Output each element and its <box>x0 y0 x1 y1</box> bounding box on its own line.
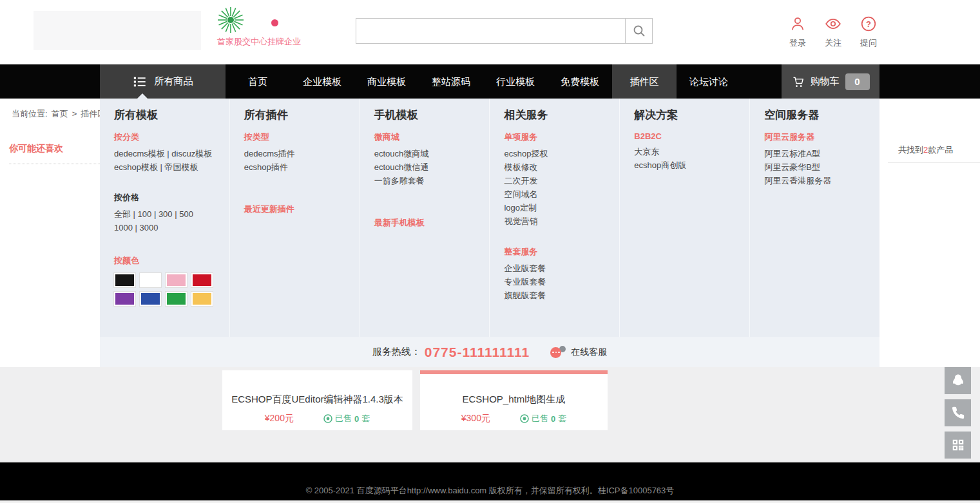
dropdown-pointer <box>137 93 148 99</box>
all-products-menu[interactable]: 所有商品 <box>100 64 226 99</box>
floating-toolbar <box>945 367 971 464</box>
mega-menu: 所有模板 按分类 dedecms模板 | discuz模板 ecshop模板 |… <box>100 99 879 337</box>
site-logo <box>34 11 201 50</box>
group-label-micro-mall[interactable]: 微商城 <box>374 131 490 143</box>
group-label-by-color[interactable]: 按颜色 <box>114 255 229 267</box>
main-navbar: 所有商品 首页 企业模板 商业模板 整站源码 行业模板 免费模板 插件区 论坛讨… <box>0 64 980 99</box>
starburst-icon <box>217 6 244 33</box>
sold-check-icon <box>323 414 332 423</box>
cart-button[interactable]: 购物车 0 <box>782 64 879 99</box>
nav-item-free-templates[interactable]: 免费模板 <box>548 64 612 99</box>
menu-item[interactable]: ecshop插件 <box>244 160 360 174</box>
maybe-like-heading: 你可能还喜欢 <box>9 143 63 155</box>
search-button[interactable] <box>625 19 652 43</box>
color-swatch-white[interactable] <box>140 273 161 287</box>
menu-column-mobile-templates: 手机模板 微商城 ectouch微商城 ectouch微信通 一箭多雕套餐 最新… <box>360 99 490 337</box>
group-label-package-services[interactable]: 整套服务 <box>504 246 619 258</box>
column-title[interactable]: 解决方案 <box>634 108 749 122</box>
sold-label: 已售 <box>335 413 352 424</box>
menu-item[interactable]: 阿里云香港服务器 <box>764 174 879 187</box>
search-box <box>356 18 653 44</box>
qq-contact-button[interactable] <box>945 367 971 394</box>
certification-label: 首家股交中心挂牌企业 <box>217 36 302 48</box>
hotline-number: 0775-111111111 <box>425 345 530 360</box>
menu-item[interactable]: 专业版套餐 <box>504 275 619 289</box>
menu-item[interactable]: 全部 | 100 | 300 | 500 <box>114 207 229 221</box>
nav-item-plugins[interactable]: 插件区 <box>612 64 677 99</box>
group-label-aliyun[interactable]: 阿里云服务器 <box>764 131 879 143</box>
divider <box>888 162 980 163</box>
follow-action[interactable]: 关注 <box>819 15 847 49</box>
color-swatch-black[interactable] <box>114 273 135 287</box>
menu-item[interactable]: 一箭多雕套餐 <box>374 174 490 187</box>
color-swatch-red[interactable] <box>191 273 213 287</box>
menu-item[interactable]: ectouch微信通 <box>374 160 490 174</box>
menu-item[interactable]: 空间域名 <box>504 187 619 201</box>
group-label-b2b2c[interactable]: B2B2C <box>634 131 749 141</box>
product-title[interactable]: ECSHOP_html地图生成 <box>420 394 608 406</box>
product-card[interactable]: ECSHOP_html地图生成 ¥300元 已售 0 套 <box>420 370 608 430</box>
sold-count: 0 <box>551 414 555 424</box>
login-action[interactable]: 登录 <box>783 15 812 49</box>
breadcrumb-separator: > <box>72 109 77 119</box>
menu-item[interactable]: 阿里云标准A型 <box>764 147 879 160</box>
color-swatch-blue[interactable] <box>140 292 161 306</box>
column-title[interactable]: 手机模板 <box>374 108 490 122</box>
group-label-by-type[interactable]: 按类型 <box>244 131 360 143</box>
menu-item[interactable]: 二次开发 <box>504 174 619 187</box>
menu-item[interactable]: 1000 | 3000 <box>114 221 229 234</box>
nav-item-home[interactable]: 首页 <box>226 64 290 99</box>
column-title[interactable]: 相关服务 <box>504 108 619 122</box>
menu-item[interactable]: ecshop授权 <box>504 147 619 160</box>
ask-action[interactable]: ? 提问 <box>854 15 883 49</box>
menu-item[interactable]: logo定制 <box>504 201 619 214</box>
product-card[interactable]: ECSHOP百度UEditor编辑神器1.4.3版本 ¥200元 已售 0 套 <box>222 370 412 430</box>
menu-item[interactable]: ecshop商创版 <box>634 158 749 172</box>
product-price: ¥300元 <box>461 413 490 424</box>
newest-mobile-templates-link[interactable]: 最新手机模板 <box>374 217 490 229</box>
group-label-by-category[interactable]: 按分类 <box>114 131 229 143</box>
product-sold: 已售 0 套 <box>323 413 370 424</box>
nav-item-enterprise-templates[interactable]: 企业模板 <box>290 64 354 99</box>
group-label-by-price[interactable]: 按价格 <box>114 192 229 204</box>
menu-item[interactable]: dedecms模板 | discuz模板 <box>114 147 229 160</box>
qrcode-icon <box>951 438 965 452</box>
search-input[interactable] <box>356 19 625 43</box>
header-actions: 登录 关注 ? 提问 <box>783 15 883 49</box>
column-title[interactable]: 所有模板 <box>114 108 229 122</box>
nav-item-full-site-source[interactable]: 整站源码 <box>419 64 483 99</box>
menu-item[interactable]: 阿里云豪华B型 <box>764 160 879 174</box>
column-title[interactable]: 空间服务器 <box>764 108 879 122</box>
menu-item[interactable]: 企业版套餐 <box>504 261 619 275</box>
phone-contact-button[interactable] <box>945 399 971 426</box>
list-icon <box>133 75 147 89</box>
menu-item[interactable]: ecshop模板 | 帝国模板 <box>114 160 229 174</box>
eye-icon <box>825 15 841 32</box>
menu-item[interactable]: 模板修改 <box>504 160 619 174</box>
recent-plugins-link[interactable]: 最近更新插件 <box>244 204 360 215</box>
color-swatch-yellow[interactable] <box>191 292 213 306</box>
breadcrumb: 当前位置:首页>插件区 <box>12 108 110 120</box>
qrcode-button[interactable] <box>945 432 971 459</box>
nav-item-business-templates[interactable]: 商业模板 <box>354 64 419 99</box>
group-label-single-services[interactable]: 单项服务 <box>504 131 619 143</box>
breadcrumb-home[interactable]: 首页 <box>52 109 68 119</box>
menu-item[interactable]: 大京东 <box>634 145 749 158</box>
color-swatch-pink[interactable] <box>166 273 187 287</box>
menu-item[interactable]: ectouch微商城 <box>374 147 490 160</box>
menu-item[interactable]: 旗舰版套餐 <box>504 289 619 302</box>
menu-item[interactable]: 视觉营销 <box>504 214 619 228</box>
results-prefix: 共找到 <box>898 145 923 155</box>
nav-item-industry-templates[interactable]: 行业模板 <box>483 64 548 99</box>
color-swatch-green[interactable] <box>166 292 187 306</box>
svg-text:?: ? <box>866 19 871 29</box>
column-title[interactable]: 所有插件 <box>244 108 360 122</box>
online-service-link[interactable]: 在线客服 <box>571 346 607 358</box>
cart-icon <box>792 75 805 88</box>
color-swatch-purple[interactable] <box>114 292 135 306</box>
cart-label: 购物车 <box>811 75 840 88</box>
nav-item-forum[interactable]: 论坛讨论 <box>677 64 741 99</box>
menu-item[interactable]: dedecms插件 <box>244 147 360 160</box>
product-title[interactable]: ECSHOP百度UEditor编辑神器1.4.3版本 <box>222 394 412 406</box>
menu-column-related-services: 相关服务 单项服务 ecshop授权 模板修改 二次开发 空间域名 logo定制… <box>490 99 620 337</box>
